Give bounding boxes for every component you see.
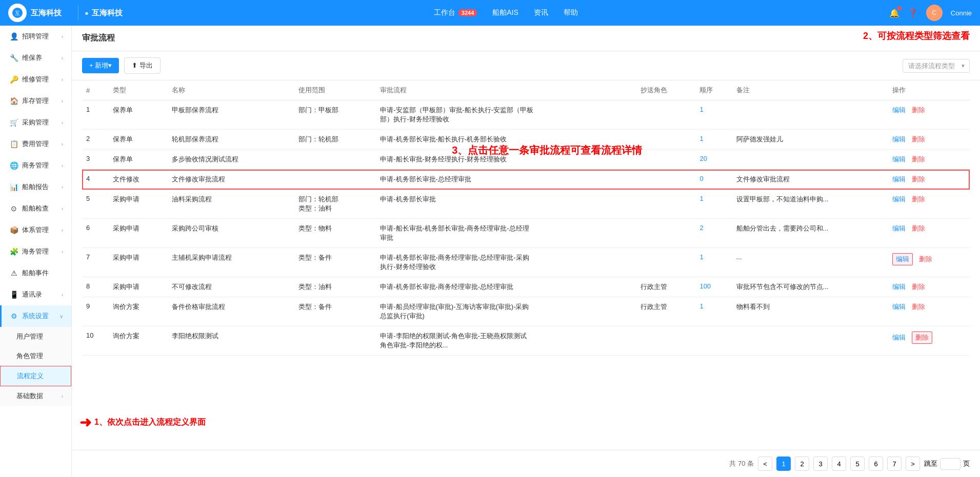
table-row[interactable]: 10 询价方案 李阳绝权限测试 申请-李阳绝的权限测试-角色审批-王晓燕权限测试…: [82, 326, 970, 356]
edit-button[interactable]: 编辑: [892, 333, 906, 342]
page-prev[interactable]: <: [758, 457, 772, 471]
repair-icon: 🔑: [10, 75, 18, 84]
sidebar-item-expense[interactable]: 📋 费用管理 ›: [0, 133, 71, 155]
table-row[interactable]: 7 采购申请 主辅机采购申请流程 类型：备件 申请-机务部长审批-商务经理审批-…: [82, 248, 970, 277]
recruit-icon: 👤: [10, 32, 18, 40]
logo[interactable]: 互 互海科技: [8, 4, 62, 22]
page-6[interactable]: 6: [869, 457, 883, 471]
cell-scope: 部门：轮机部 类型：油料: [294, 190, 376, 219]
notification-icon[interactable]: 🔔: [889, 8, 899, 18]
sidebar-item-inspection[interactable]: ⊙ 船舶检查 ›: [0, 198, 71, 219]
sidebar-item-contact[interactable]: 📱 通讯录 ›: [0, 284, 71, 305]
sidebar-item-purchase-label: 采购管理: [22, 118, 57, 127]
delete-button[interactable]: 删除: [912, 155, 925, 164]
delete-button[interactable]: 删除: [912, 331, 932, 344]
edit-button[interactable]: 编辑: [892, 106, 906, 115]
sidebar-item-report[interactable]: 📊 船舶报告 ›: [0, 176, 71, 198]
sidebar-item-maintain[interactable]: 🔧 维保养 ›: [0, 47, 71, 69]
avatar[interactable]: C: [926, 5, 943, 21]
export-button[interactable]: ⬆ 导出: [124, 57, 161, 74]
cell-name[interactable]: 不可修改流程: [168, 277, 294, 297]
sidebar-item-repair[interactable]: 🔑 维修管理 ›: [0, 69, 71, 90]
maintain-arrow: ›: [62, 55, 63, 61]
edit-button[interactable]: 编辑: [892, 253, 913, 265]
sidebar-sub-basic[interactable]: 基础数据 ›: [0, 386, 71, 406]
sidebar-sub-roles[interactable]: 角色管理: [0, 346, 71, 366]
delete-button[interactable]: 删除: [919, 255, 932, 264]
table-row[interactable]: 8 采购申请 不可修改流程 类型：油料 申请-机务部长审批-商务经理审批-总经理…: [82, 277, 970, 297]
brand-text: 互海科技: [92, 8, 123, 18]
page-label: 页: [963, 459, 970, 468]
basic-arrow: ›: [62, 393, 63, 399]
sidebar-item-incident[interactable]: ⚠ 船舶事件: [0, 262, 71, 284]
sidebar-item-business[interactable]: 🌐 商务管理 ›: [0, 155, 71, 176]
page-next[interactable]: >: [906, 457, 920, 471]
nav-ais[interactable]: 船舶AIS: [492, 8, 518, 17]
cell-name[interactable]: 文件修改审批流程: [168, 170, 294, 190]
add-button[interactable]: + 新增▾: [82, 58, 119, 73]
edit-button[interactable]: 编辑: [892, 155, 906, 164]
sidebar-item-recruit[interactable]: 👤 招聘管理 ›: [0, 26, 71, 47]
sidebar-item-inventory-label: 库存管理: [22, 96, 57, 106]
sidebar-sub-users[interactable]: 用户管理: [0, 327, 71, 346]
purchase-icon: 🛒: [10, 118, 18, 127]
page-2[interactable]: 2: [795, 457, 809, 471]
jump-input[interactable]: [940, 458, 961, 470]
nav-help[interactable]: 帮助: [564, 8, 578, 17]
table-row[interactable]: 6 采购申请 采购跨公司审核 类型：物料 申请-船长审批-机务部长审批-商务经理…: [82, 219, 970, 248]
delete-button[interactable]: 删除: [912, 175, 925, 184]
delete-button[interactable]: 删除: [912, 302, 925, 312]
filter-select[interactable]: 请选择流程类型: [903, 59, 970, 73]
page-4[interactable]: 4: [832, 457, 846, 471]
sidebar-item-incident-label: 船舶事件: [22, 268, 63, 278]
edit-button[interactable]: 编辑: [892, 282, 906, 292]
delete-button[interactable]: 删除: [912, 195, 925, 204]
table-row[interactable]: 2 保养单 轮机部保养流程 部门：轮机部 申请-机务部长审批-船长执行-机务部长…: [82, 130, 970, 150]
table-row[interactable]: 4 文件修改 文件修改审批流程 申请-机务部长审批-总经理审批 0 文件修改审批…: [82, 170, 970, 190]
edit-button[interactable]: 编辑: [892, 224, 906, 233]
cell-cc: [636, 190, 695, 219]
cell-action: 编辑 删除: [888, 277, 970, 297]
cell-name[interactable]: 多步验收情况测试流程: [168, 150, 294, 170]
page-7[interactable]: 7: [887, 457, 902, 471]
delete-button[interactable]: 删除: [912, 106, 925, 115]
sidebar-item-purchase[interactable]: 🛒 采购管理 ›: [0, 112, 71, 133]
delete-button[interactable]: 删除: [912, 224, 925, 233]
repair-arrow: ›: [62, 77, 63, 82]
delete-button[interactable]: 删除: [912, 282, 925, 292]
delete-button[interactable]: 删除: [912, 135, 925, 144]
user-name[interactable]: Connie: [951, 9, 972, 17]
cell-name[interactable]: 主辅机采购申请流程: [168, 248, 294, 277]
cell-id: 3: [82, 150, 109, 170]
table-row[interactable]: 1 保养单 甲板部保养流程 部门：甲板部 申请-安监部（甲板部）审批-船长执行-…: [82, 100, 970, 130]
page-1[interactable]: 1: [776, 457, 791, 471]
table-row[interactable]: 3 保养单 多步验收情况测试流程 申请-船长审批-财务经理执行-财务经理验收 2…: [82, 150, 970, 170]
col-remark: 备注: [732, 80, 889, 100]
edit-button[interactable]: 编辑: [892, 135, 906, 144]
cell-name[interactable]: 李阳绝权限测试: [168, 326, 294, 356]
sidebar-item-settings[interactable]: ⚙ 系统设置 ∨: [0, 305, 71, 327]
table-row[interactable]: 5 采购申请 油料采购流程 部门：轮机部 类型：油料 申请-机务部长审批 1 设…: [82, 190, 970, 219]
cell-remark: 设置甲板部，不知道油料申购...: [732, 190, 889, 219]
sidebar: 👤 招聘管理 › 🔧 维保养 › 🔑 维修管理 › 🏠 库存管理 › 🛒 采购管…: [0, 26, 72, 477]
sidebar-item-system-mgmt[interactable]: 📦 体系管理 ›: [0, 219, 71, 241]
settings-arrow: ∨: [59, 314, 63, 319]
sidebar-sub-workflows[interactable]: 流程定义: [0, 366, 71, 386]
table-row[interactable]: 9 询价方案 备件价格审批流程 类型：备件 申请-船员经理审批(审批)-互海访客…: [82, 297, 970, 326]
edit-button[interactable]: 编辑: [892, 195, 906, 204]
cell-name[interactable]: 备件价格审批流程: [168, 297, 294, 326]
help-icon[interactable]: ❓: [908, 8, 918, 18]
sidebar-item-maritime[interactable]: 🧩 海务管理 ›: [0, 241, 71, 262]
edit-button[interactable]: 编辑: [892, 175, 906, 184]
cell-type: 采购申请: [109, 277, 168, 297]
sidebar-item-inventory[interactable]: 🏠 库存管理 ›: [0, 90, 71, 112]
edit-button[interactable]: 编辑: [892, 302, 906, 312]
page-5[interactable]: 5: [850, 457, 865, 471]
cell-name[interactable]: 轮机部保养流程: [168, 130, 294, 150]
cell-name[interactable]: 甲板部保养流程: [168, 100, 294, 130]
nav-workbench[interactable]: 工作台 3244: [434, 8, 477, 17]
cell-name[interactable]: 油料采购流程: [168, 190, 294, 219]
page-3[interactable]: 3: [813, 457, 828, 471]
cell-name[interactable]: 采购跨公司审核: [168, 219, 294, 248]
nav-news[interactable]: 资讯: [534, 8, 548, 17]
